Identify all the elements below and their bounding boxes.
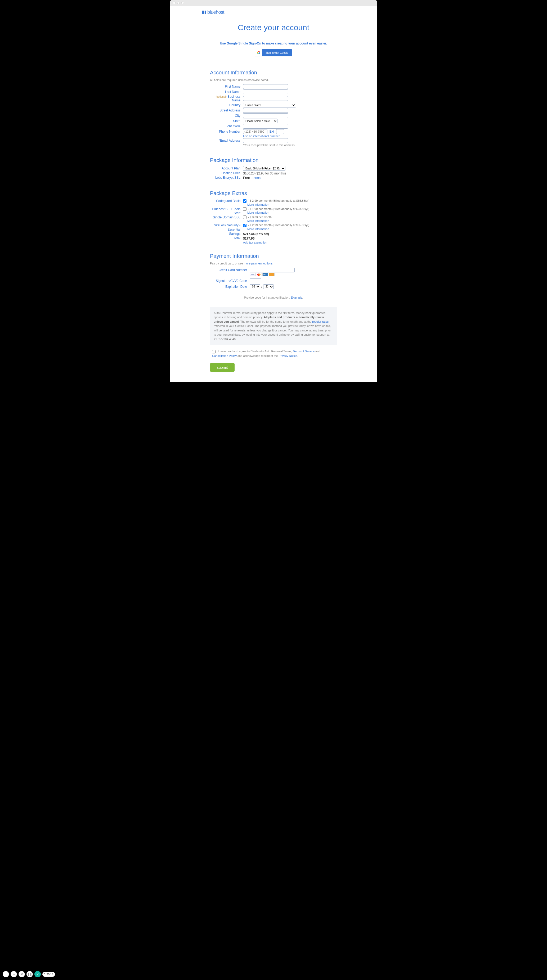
cvv-label: Signature/CVV2 Code [210,279,250,283]
ssl-label: Let's Encrypt SSL [210,176,243,180]
last-name-label: Last Name [210,90,243,94]
hosting-price-label: Hosting Price [210,171,243,175]
codeguard-checkbox[interactable] [243,199,246,203]
exp-month-select[interactable]: 02 [250,284,260,289]
agree-row: I have read and agree to Bluehost's Auto… [210,349,337,363]
phone-label: Phone Number [210,130,243,134]
total-label: Total [210,236,243,240]
ssl-terms-link[interactable]: terms [253,176,261,180]
email-input[interactable] [243,138,288,143]
hosting-price-value: $106.20 ($2.95 for 36 months) [243,171,286,175]
more-payment-options-link[interactable]: more payment options [244,262,273,265]
tos-link[interactable]: Terms of Service [293,350,315,353]
logo-text: bluehost [207,10,224,15]
email-label: *Email Address [210,139,243,142]
verify-example-link[interactable]: Example [291,296,302,299]
tax-exemption-link[interactable]: Add tax exemption [243,241,267,244]
sitelock-checkbox[interactable] [243,224,246,227]
page-title: Create your account [210,23,337,32]
google-icon [255,49,262,56]
privacy-link[interactable]: Privacy Notice [278,354,297,357]
city-input[interactable] [243,113,288,118]
codeguard-label: Codeguard Basic [210,199,243,203]
domain-ssl-more-info[interactable]: More information [243,219,337,223]
domain-ssl-desc: - $ 3.33 per month [248,215,272,219]
section-title-account: Account Information [210,67,337,76]
domain-ssl-checkbox[interactable] [243,215,246,219]
street-label: Street Address [210,108,243,112]
card-icons: VISA AMEX [210,273,337,276]
ext-input[interactable] [276,129,284,134]
last-name-input[interactable] [243,89,288,94]
minimize-window-icon[interactable] [177,2,180,4]
agree-checkbox[interactable] [212,350,216,353]
business-name-input[interactable] [243,96,288,101]
cc-input[interactable] [250,267,295,272]
plan-select[interactable]: Basic 36 Month Price - $2.95/mo. [243,166,285,171]
close-window-icon[interactable] [173,2,175,4]
sitelock-desc: - $ 2.99 per month (Billed annually at $… [248,223,309,227]
exp-year-select[interactable]: 21 [263,284,274,289]
intl-number-link[interactable]: Use an international number [243,134,280,138]
ext-label: Ext [270,130,274,134]
submit-button[interactable]: submit [210,363,235,372]
total-value: $177.96 [243,237,254,240]
sitelock-label: SiteLock Security - Essential [210,223,243,232]
regular-rates-link[interactable]: regular rates [312,320,329,323]
receipt-note: *Your receipt will be sent to this addre… [210,143,337,146]
cc-label: Credit Card Number [210,268,250,272]
amex-icon: AMEX [262,273,268,276]
payment-note: Pay by credit card, or see more payment … [210,262,337,265]
domain-ssl-label: Single Domain SSL [210,215,243,220]
google-signin-label: Sign in with Google [262,49,292,56]
street-input[interactable] [243,108,288,113]
cvv-input[interactable] [250,278,261,283]
zip-input[interactable] [243,124,288,129]
svg-point-1 [258,274,261,275]
visa-icon: VISA [250,273,256,276]
country-label: Country [210,103,243,107]
codeguard-desc: - $ 2.99 per month (Billed annually at $… [248,199,309,202]
exp-label: Expiration Date [210,285,250,288]
first-name-input[interactable] [243,84,288,89]
google-signin-button[interactable]: Sign in with Google [255,49,292,56]
first-name-label: First Name [210,85,243,88]
window-titlebar [170,0,377,6]
state-label: State [210,119,243,123]
auto-renewal-notice: Auto Renewal Terms: Introductory prices … [210,307,337,345]
codeguard-more-info[interactable]: More information [243,203,337,206]
savings-value: $217.44 (67% off) [243,232,269,236]
business-name-label: (optional) Business Name [210,95,243,102]
verify-note: Provide code for instant verification. E… [210,290,337,304]
state-select[interactable]: Please select a state [243,119,277,123]
seo-checkbox[interactable] [243,207,246,211]
sso-prompt: Use Google Single Sign-On to make creati… [210,41,337,45]
zip-label: ZIP Code [210,124,243,128]
seo-label: Bluehost SEO Tools Start [210,207,243,215]
plan-label: Account Plan [210,167,243,170]
section-title-package: Package Information [210,154,337,163]
mastercard-icon [256,273,262,276]
phone-input[interactable] [243,129,267,134]
cancellation-link[interactable]: Cancellation Policy [212,354,237,357]
discover-icon [269,273,275,276]
sitelock-more-info[interactable]: More information [243,228,337,231]
ssl-value: Free - terms [243,176,261,180]
section-title-payment: Payment Information [210,250,337,259]
city-label: City [210,114,243,118]
maximize-window-icon[interactable] [181,2,184,4]
logo-icon [202,11,206,14]
country-select[interactable]: United States [243,103,296,108]
brand-logo: bluehost [170,6,377,15]
required-note: All fields are required unless otherwise… [210,78,337,81]
seo-desc: - $ 1.99 per month (Billed annually at $… [248,207,309,210]
savings-label: Savings [210,232,243,236]
seo-more-info[interactable]: More information [243,211,337,214]
section-title-extras: Package Extras [210,188,337,196]
